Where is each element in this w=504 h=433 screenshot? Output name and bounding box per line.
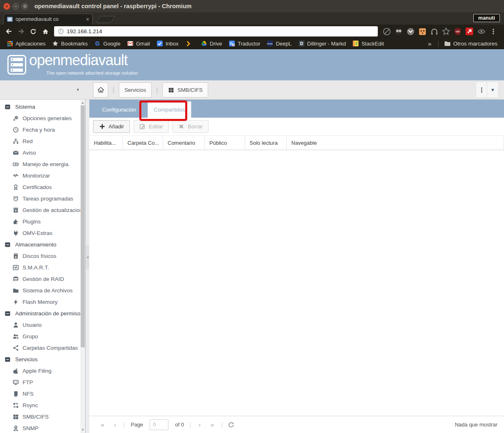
- sidebar-item[interactable]: S.M.A.R.T.: [0, 262, 80, 273]
- breadcrumb-servicios[interactable]: Servicios: [119, 82, 152, 98]
- bookmark-item[interactable]: Gmail: [124, 40, 153, 47]
- prev-page-button[interactable]: ‹: [109, 421, 121, 428]
- toolbar-button-icon: [178, 123, 185, 130]
- scroll-up-icon[interactable]: ▲: [81, 101, 84, 105]
- sidebar-item-icon: [12, 344, 19, 351]
- back-icon[interactable]: [3, 26, 14, 37]
- window-minimize-button[interactable]: −: [12, 3, 19, 10]
- sidebar-item[interactable]: Certificados: [0, 181, 80, 193]
- column-header[interactable]: Carpeta Co...: [123, 136, 163, 150]
- new-tab-button[interactable]: [96, 16, 116, 23]
- browser-tab[interactable]: openmediavault co ×: [3, 14, 93, 25]
- browser-menu-icon[interactable]: [489, 27, 498, 36]
- sidebar-item[interactable]: Red: [0, 135, 80, 147]
- scroll-down-icon[interactable]: ▼: [81, 428, 84, 432]
- sidebar-item[interactable]: NFS: [0, 388, 80, 399]
- sidebar-item-icon: [12, 402, 19, 408]
- last-page-button[interactable]: »: [206, 421, 219, 428]
- sidebar-item[interactable]: Administración de permisos: [0, 308, 80, 319]
- sidebar-item[interactable]: Apple Filing: [0, 365, 80, 376]
- profile-chip[interactable]: manuti: [473, 14, 500, 22]
- extension-icon[interactable]: [394, 27, 403, 36]
- window-close-button[interactable]: ×: [3, 3, 10, 10]
- sidebar-item[interactable]: Opciones generales: [0, 112, 80, 124]
- sidebar-scrollbar[interactable]: ▲ ▼: [80, 100, 85, 433]
- window-maximize-button[interactable]: [21, 3, 28, 10]
- toolbar-button[interactable]: Borrar: [173, 120, 209, 133]
- bookmark-item[interactable]: [182, 40, 198, 47]
- home-icon[interactable]: [40, 26, 51, 37]
- home-outline-icon: [97, 86, 104, 93]
- extension-icon[interactable]: [441, 27, 450, 36]
- page-dropdown-button[interactable]: ▼: [487, 82, 499, 98]
- sidebar-item[interactable]: Gestión de RAID: [0, 273, 80, 285]
- sidebar-item[interactable]: Flash Memory: [0, 296, 80, 308]
- sidebar-item[interactable]: Servicios: [0, 353, 80, 365]
- bookmark-item[interactable]: Drive: [198, 40, 225, 47]
- bookmark-item[interactable]: GA Traductor: [225, 40, 263, 47]
- sidebar-item[interactable]: OMV-Extras: [0, 227, 80, 239]
- toolbar-button[interactable]: Añadir: [93, 120, 130, 133]
- bookmark-item[interactable]: Inbox: [153, 40, 182, 47]
- breadcrumb-smbcifs[interactable]: SMB/CIFS: [162, 82, 208, 98]
- column-header[interactable]: Habilita...: [89, 136, 123, 150]
- extension-icon[interactable]: [418, 27, 427, 36]
- sidebar-item[interactable]: Rsync: [0, 399, 80, 411]
- column-header[interactable]: Navegable: [287, 136, 504, 150]
- extension-icon[interactable]: [430, 27, 439, 36]
- column-header[interactable]: Solo lectura: [245, 136, 287, 150]
- sidebar-item[interactable]: Aviso: [0, 147, 80, 158]
- bookmark-item[interactable]: D Dillinger - Markd: [295, 40, 350, 47]
- next-page-button[interactable]: ›: [194, 421, 206, 428]
- extension-icon[interactable]: [465, 27, 474, 36]
- sidebar-item[interactable]: Plugins: [0, 216, 80, 227]
- sidebar-item[interactable]: Almacenamiento: [0, 239, 80, 250]
- column-header[interactable]: Público: [205, 136, 245, 150]
- url-bar[interactable]: 192.168.1.214: [54, 26, 378, 36]
- bookmark-item[interactable]: Bookmarks: [49, 40, 91, 47]
- sidebar-item[interactable]: SNMP: [0, 422, 80, 433]
- column-header[interactable]: Comentario: [163, 136, 205, 150]
- bookmark-item[interactable]: G Google: [91, 40, 124, 47]
- sidebar-item[interactable]: Carpetas Compartidas: [0, 342, 80, 353]
- sidebar-item-icon: [12, 161, 19, 167]
- refresh-icon[interactable]: [228, 421, 235, 428]
- sidebar-item[interactable]: Manejo de energia.: [0, 158, 80, 170]
- bookmark-item[interactable]: Aplicaciones: [3, 40, 49, 47]
- sidebar-item[interactable]: Gestión de actualizaciones: [0, 204, 80, 216]
- reload-icon[interactable]: [28, 26, 39, 37]
- sidebar-item[interactable]: Discos físicos: [0, 250, 80, 262]
- forward-icon[interactable]: [16, 26, 26, 37]
- sidebar-item[interactable]: Fecha y hora: [0, 124, 80, 135]
- extension-icon[interactable]: UO: [453, 27, 462, 36]
- first-page-button[interactable]: «: [96, 421, 109, 428]
- sidebar: Sistema Opciones generales Fecha y hora …: [0, 100, 80, 433]
- sidebar-item[interactable]: Sistema de Archivos: [0, 285, 80, 296]
- page-number-input[interactable]: [150, 419, 168, 430]
- bookmark-item[interactable]: # StackEdit: [349, 40, 387, 47]
- bookmarks-overflow-chevron[interactable]: »: [424, 40, 436, 47]
- page-info-icon[interactable]: [58, 28, 64, 34]
- sidebar-item[interactable]: Tareas programadas: [0, 193, 80, 204]
- tab[interactable]: Configuración: [98, 101, 141, 118]
- scrollbar-thumb[interactable]: [81, 105, 85, 347]
- breadcrumb-home-button[interactable]: [93, 82, 108, 98]
- sidebar-item[interactable]: Grupo: [0, 330, 80, 342]
- tab-close-icon[interactable]: ×: [86, 16, 89, 23]
- sidebar-item[interactable]: FTP: [0, 376, 80, 388]
- extension-icon[interactable]: [406, 27, 415, 36]
- sidebar-item-icon: [4, 241, 11, 248]
- extension-icon[interactable]: [477, 27, 486, 36]
- sidebar-item[interactable]: Monitorizar: [0, 170, 80, 181]
- sidebar-collapse-icon[interactable]: [75, 86, 80, 93]
- sidebar-item[interactable]: Usuario: [0, 319, 80, 330]
- tab[interactable]: Compartidos: [148, 101, 191, 118]
- page-menu-button[interactable]: [476, 82, 487, 98]
- sidebar-item[interactable]: Sistema: [0, 101, 80, 112]
- bookmark-item[interactable]: DeepL DeepL: [263, 40, 295, 47]
- sidebar-splitter[interactable]: [85, 100, 89, 433]
- other-bookmarks-button[interactable]: Otros marcadores: [441, 40, 501, 47]
- toolbar-button[interactable]: Editar: [134, 120, 169, 133]
- sidebar-item[interactable]: SMB/CIFS: [0, 411, 80, 422]
- extension-icon[interactable]: [382, 27, 391, 36]
